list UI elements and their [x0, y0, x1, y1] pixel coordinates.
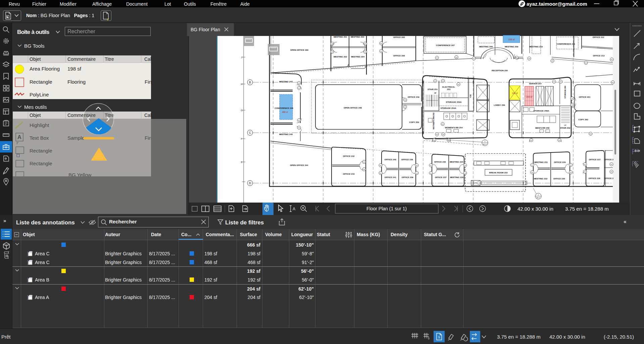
svg-text:JS: JS	[5, 254, 8, 257]
svg-text:STORAGE 260: STORAGE 260	[564, 86, 566, 98]
svg-text:UP: UP	[564, 124, 567, 126]
svg-text:OPEN OFFICE 200: OPEN OFFICE 200	[290, 49, 309, 51]
svg-text:SERVER 257: SERVER 257	[529, 82, 542, 85]
svg-text:RECEPTION 255: RECEPTION 255	[492, 69, 508, 72]
svg-text:OFFICE 2: OFFICE 2	[604, 177, 613, 179]
svg-text:STAIR 259: STAIR 259	[560, 127, 571, 129]
svg-text:204 sf: 204 sf	[526, 96, 532, 98]
svg-text:MEN'S RR 258: MEN'S RR 258	[535, 127, 550, 129]
svg-text:C: C	[249, 131, 251, 134]
svg-text:OFFICE 227: OFFICE 227	[589, 158, 601, 161]
svg-text:253: 253	[447, 88, 451, 90]
svg-text:MOTHER'S RM 252: MOTHER'S RM 252	[433, 113, 435, 129]
svg-text:MEETING 235: MEETING 235	[450, 176, 464, 178]
svg-text:CONFERENCE 246: CONFERENCE 246	[275, 107, 293, 109]
svg-text:3D: 3D	[5, 244, 8, 246]
svg-text:42.00 x 30.00 in: 42.00 x 30.00 in	[517, 206, 553, 212]
svg-text:MEETING 203: MEETING 203	[351, 36, 364, 38]
svg-text:OFFICE 236: OFFICE 236	[434, 161, 446, 163]
svg-text:STORAGE 258A: STORAGE 258A	[534, 110, 550, 112]
svg-text:A6.01: A6.01	[537, 197, 540, 199]
svg-text:OFFICE 241: OFFICE 241	[385, 176, 396, 178]
svg-text:OFFICE 242: OFFICE 242	[343, 155, 355, 157]
svg-text:1: 1	[538, 194, 539, 196]
svg-text:192 sf: 192 sf	[512, 92, 518, 94]
svg-text:OFFICE 206: OFFICE 206	[393, 54, 405, 57]
svg-text:VOID: VOID	[470, 94, 472, 98]
svg-text:LOBBY 256: LOBBY 256	[494, 104, 505, 106]
svg-text:OFFICE 213: OFFICE 213	[593, 54, 605, 57]
svg-text:MEETING 232: MEETING 232	[534, 177, 548, 180]
svg-text:ELECTRICAL: ELECTRICAL	[442, 86, 455, 88]
svg-text:OFFICE 239: OFFICE 239	[402, 176, 413, 178]
svg-text:OFFICE 230: OFFICE 230	[553, 177, 565, 180]
svg-text:MEETING 209: MEETING 209	[505, 45, 518, 48]
svg-text:468 sf: 468 sf	[282, 111, 288, 113]
svg-text:MEETING 210: MEETING 210	[529, 45, 543, 48]
svg-text:MEETING 201: MEETING 201	[334, 36, 347, 38]
svg-text:198 sf: 198 sf	[508, 38, 514, 41]
svg-text:OPEN OFFICE 248: OPEN OFFICE 248	[344, 106, 362, 109]
svg-text:MEETING 231: MEETING 231	[534, 161, 548, 163]
svg-text:MEETING 234: MEETING 234	[450, 161, 463, 163]
svg-text:OFFICE 243: OFFICE 243	[343, 173, 355, 175]
svg-text:OFFICE 212: OFFICE 212	[593, 36, 604, 38]
svg-text:5: 5	[438, 336, 440, 339]
svg-text:3.75 en = 18.288 m: 3.75 en = 18.288 m	[565, 206, 609, 212]
svg-text:OFFICE 229: OFFICE 229	[554, 161, 566, 163]
svg-text:H: H	[241, 83, 242, 85]
svg-text:OFFICE 2: OFFICE 2	[604, 158, 613, 161]
svg-text:WOMEN'S RR 254: WOMEN'S RR 254	[445, 126, 463, 129]
svg-text:1: 1	[485, 140, 486, 142]
svg-text:OFFICE 228: OFFICE 228	[589, 177, 600, 179]
svg-text:CONFERENCE 211: CONFERENCE 211	[556, 43, 575, 45]
svg-text:OFFICE 238: OFFICE 238	[401, 158, 413, 161]
svg-text:STORAGE 253A: STORAGE 253A	[446, 101, 462, 103]
svg-text:MEETING 247: MEETING 247	[279, 80, 293, 83]
svg-text:STAIR 251: STAIR 251	[428, 88, 438, 90]
svg-text:MEETING 245: MEETING 245	[279, 133, 293, 135]
svg-text:OFFICE 240: OFFICE 240	[385, 158, 396, 161]
svg-text:B: B	[249, 81, 251, 84]
svg-text:COPY 262: COPY 262	[578, 118, 588, 121]
svg-text:A6.02: A6.02	[483, 143, 487, 145]
svg-text:CONFERENCE 207: CONFERENCE 207	[436, 44, 455, 46]
svg-text:F: F	[241, 138, 242, 140]
svg-text:OFFICE 237: OFFICE 237	[435, 176, 447, 178]
svg-text:D: D	[249, 181, 251, 185]
svg-text:COPY 250: COPY 250	[409, 121, 419, 123]
svg-text:G: G	[241, 109, 242, 112]
svg-text:MEETING 202: MEETING 202	[334, 55, 347, 58]
svg-text:Floor Plan (1 sur 1): Floor Plan (1 sur 1)	[366, 206, 407, 211]
svg-text:OFFICE 205: OFFICE 205	[393, 36, 405, 38]
svg-text:UP: UP	[434, 92, 436, 94]
svg-text:J: J	[241, 56, 242, 58]
svg-text:BREAK ROOM 233: BREAK ROOM 233	[489, 171, 508, 174]
svg-text:E: E	[241, 161, 243, 163]
svg-text:OPEN OFFICE 244: OPEN OFFICE 244	[290, 164, 308, 166]
svg-text:A: A	[293, 207, 295, 211]
svg-text:OFFICE 261: OFFICE 261	[579, 96, 591, 98]
svg-text:OFFICE 249: OFFICE 249	[408, 96, 419, 98]
svg-text:MEETING 206: MEETING 206	[479, 45, 493, 48]
svg-text:STORAGE 254A: STORAGE 254A	[441, 107, 457, 109]
svg-text:MEETING 204: MEETING 204	[351, 55, 365, 58]
svg-text:5: 5	[428, 337, 430, 340]
